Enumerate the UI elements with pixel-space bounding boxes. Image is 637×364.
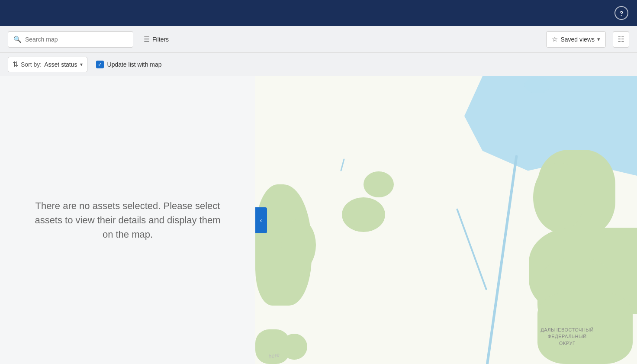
- small-river: [340, 158, 345, 171]
- top-navbar: ?: [0, 0, 637, 26]
- chevron-down-icon: ▾: [597, 36, 600, 42]
- panel-toggle-button[interactable]: ☷: [613, 31, 629, 48]
- checkmark-icon: ✓: [98, 61, 102, 68]
- map-panel[interactable]: ‹: [255, 76, 637, 364]
- update-list-text: Update list with map: [107, 61, 162, 68]
- search-icon: 🔍: [13, 35, 22, 43]
- filters-button[interactable]: ☰ Filters: [140, 32, 172, 46]
- sort-button[interactable]: ⇅ Sort by: Asset status ▾: [8, 57, 87, 72]
- main-content: There are no assets selected. Please sel…: [0, 76, 637, 364]
- main-toolbar: 🔍 ☰ Filters ☆ Saved views ▾ ☷: [0, 26, 637, 53]
- terrain-patch-4: [364, 171, 394, 197]
- water-detail-1: [524, 76, 550, 93]
- search-box[interactable]: 🔍: [8, 31, 133, 48]
- terrain-patch-2: [281, 219, 316, 271]
- search-input[interactable]: [25, 36, 128, 43]
- star-icon: ☆: [552, 35, 558, 43]
- chevron-left-icon: ‹: [260, 217, 262, 224]
- terrain-patch-3: [342, 197, 385, 232]
- help-button[interactable]: ?: [614, 6, 628, 20]
- filters-icon: ☰: [144, 35, 150, 43]
- saved-views-label: Saved views: [560, 36, 595, 43]
- no-assets-message: There are no assets selected. Please sel…: [22, 190, 234, 250]
- sort-value: Asset status: [44, 61, 77, 68]
- terrain-patch-11: [281, 334, 307, 360]
- secondary-toolbar: ⇅ Sort by: Asset status ▾ ✓ Update list …: [0, 53, 637, 76]
- panel-icon: ☷: [618, 35, 624, 44]
- sort-icon: ⇅: [13, 60, 18, 68]
- sort-by-label: Sort by:: [21, 61, 42, 68]
- river-tributary: [456, 208, 487, 290]
- left-panel: There are no assets selected. Please sel…: [0, 76, 255, 364]
- map-background: ДАЛЬНЕВОСТОЧНЫЙФЕДЕРАЛЬНЫЙОКРУГ here: [255, 76, 637, 364]
- terrain-patch-6: [533, 163, 585, 232]
- saved-views-button[interactable]: ☆ Saved views ▾: [546, 31, 606, 48]
- region-label: ДАЛЬНЕВОСТОЧНЫЙФЕДЕРАЛЬНЫЙОКРУГ: [540, 327, 594, 347]
- question-mark-icon: ?: [619, 10, 623, 17]
- update-list-checkbox[interactable]: ✓: [96, 61, 104, 68]
- update-list-checkbox-label[interactable]: ✓ Update list with map: [96, 61, 162, 68]
- river-main: [485, 155, 518, 364]
- region-label-text: ДАЛЬНЕВОСТОЧНЫЙФЕДЕРАЛЬНЫЙОКРУГ: [540, 327, 594, 346]
- collapse-panel-button[interactable]: ‹: [255, 207, 267, 233]
- sort-arrow-icon: ▾: [80, 61, 83, 68]
- filters-label: Filters: [152, 36, 169, 43]
